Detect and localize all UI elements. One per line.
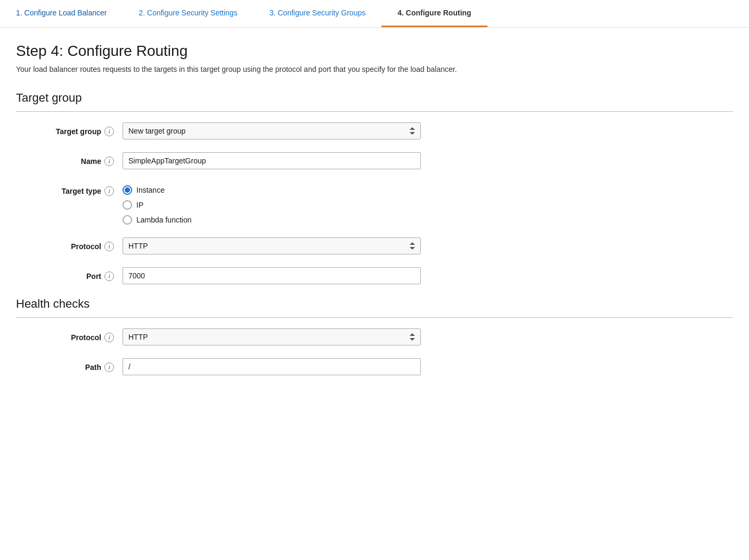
radio-instance[interactable]: Instance (123, 185, 421, 195)
radio-ip[interactable]: IP (123, 200, 421, 210)
target-group-divider (16, 111, 733, 112)
target-group-select[interactable]: New target group Existing target group (123, 122, 421, 139)
health-protocol-row: Protocol i HTTP HTTPS (16, 328, 733, 345)
target-type-radio-group: Instance IP Lambda function (123, 182, 421, 225)
target-group-row: Target group i New target group Existing… (16, 122, 733, 139)
health-path-input[interactable] (123, 358, 421, 375)
radio-lambda[interactable]: Lambda function (123, 215, 421, 225)
health-path-control (123, 358, 421, 375)
target-type-control: Instance IP Lambda function (123, 182, 421, 225)
target-type-info-icon[interactable]: i (104, 186, 114, 196)
wizard-nav: 1. Configure Load Balancer 2. Configure … (0, 0, 749, 28)
protocol-info-icon[interactable]: i (104, 242, 114, 251)
port-input[interactable] (123, 267, 421, 284)
health-protocol-control: HTTP HTTPS (123, 328, 421, 345)
radio-instance-dot (125, 187, 130, 193)
name-input[interactable] (123, 152, 421, 169)
health-checks-section: Health checks Protocol i HTTP HTTPS Path… (16, 297, 733, 375)
main-content: Step 4: Configure Routing Your load bala… (0, 28, 749, 403)
target-type-row: Target type i Instance IP Lambda functio… (16, 182, 733, 225)
name-row: Name i (16, 152, 733, 169)
page-title: Step 4: Configure Routing (16, 43, 733, 60)
protocol-label: Protocol i (16, 237, 123, 251)
health-path-row: Path i (16, 358, 733, 375)
name-control (123, 152, 421, 169)
nav-step1[interactable]: 1. Configure Load Balancer (0, 0, 123, 27)
radio-lambda-label: Lambda function (136, 216, 192, 224)
health-path-info-icon[interactable]: i (104, 363, 114, 372)
radio-instance-button[interactable] (123, 185, 132, 195)
radio-instance-label: Instance (136, 186, 165, 194)
health-checks-section-title: Health checks (16, 297, 733, 315)
protocol-row: Protocol i HTTP HTTPS (16, 237, 733, 254)
health-protocol-label: Protocol i (16, 328, 123, 342)
port-info-icon[interactable]: i (104, 271, 114, 281)
nav-step4[interactable]: 4. Configure Routing (381, 0, 487, 27)
nav-step3[interactable]: 3. Configure Security Groups (254, 0, 382, 27)
protocol-control: HTTP HTTPS (123, 237, 421, 254)
name-info-icon[interactable]: i (104, 157, 114, 166)
port-row: Port i (16, 267, 733, 284)
port-control (123, 267, 421, 284)
target-type-label: Target type i (16, 182, 123, 196)
health-path-label: Path i (16, 358, 123, 372)
target-group-label: Target group i (16, 122, 123, 136)
health-checks-divider (16, 317, 733, 318)
nav-step2[interactable]: 2. Configure Security Settings (123, 0, 253, 27)
name-label: Name i (16, 152, 123, 166)
health-protocol-select[interactable]: HTTP HTTPS (123, 328, 421, 345)
target-group-control: New target group Existing target group (123, 122, 421, 139)
port-label: Port i (16, 267, 123, 281)
health-protocol-info-icon[interactable]: i (104, 333, 114, 342)
target-group-info-icon[interactable]: i (104, 127, 114, 136)
radio-ip-button[interactable] (123, 200, 132, 210)
protocol-select[interactable]: HTTP HTTPS (123, 237, 421, 254)
radio-lambda-button[interactable] (123, 215, 132, 225)
target-group-section-title: Target group (16, 91, 733, 109)
radio-ip-label: IP (136, 201, 143, 209)
page-description: Your load balancer routes requests to th… (16, 64, 733, 75)
